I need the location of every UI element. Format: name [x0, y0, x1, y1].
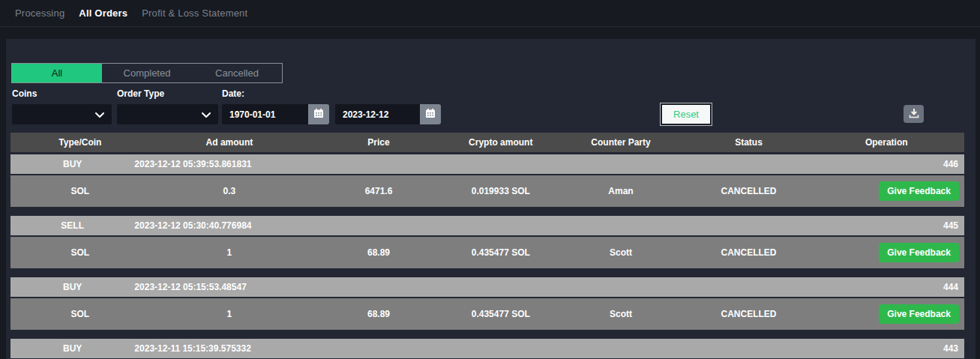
calendar-icon — [313, 108, 324, 121]
download-icon — [909, 108, 919, 121]
order-ad-amount: 0.3 — [150, 186, 309, 196]
give-feedback-button[interactable]: Give Feedback — [879, 181, 959, 201]
order-type: SELL — [10, 220, 134, 231]
order-type-label: Order Type — [117, 88, 164, 99]
status-filter-tab[interactable]: Completed — [102, 64, 192, 82]
coins-select[interactable] — [12, 104, 112, 124]
order-group: BUY 2023-12-11 15:15:39.575332 443 — [10, 339, 964, 358]
reset-button[interactable]: Reset — [661, 103, 712, 125]
order-type: BUY — [10, 343, 134, 354]
order-number: 444 — [943, 282, 964, 292]
order-ad-amount: 1 — [150, 247, 309, 258]
order-row: SOL 1 68.89 0.435477 SOL Scott CANCELLED… — [10, 237, 964, 268]
coins-label: Coins — [12, 88, 37, 99]
order-operation-cell: Give Feedback — [809, 181, 964, 201]
order-timestamp: 2023-12-12 05:39:53.861831 — [134, 159, 943, 169]
status-filter-tabs: All Completed Cancelled — [11, 63, 283, 83]
table-header-cell: Status — [688, 133, 808, 152]
order-row: SOL 0.3 6471.6 0.019933 SOL Aman CANCELL… — [10, 175, 964, 207]
download-button[interactable] — [904, 105, 924, 123]
date-to-input[interactable] — [335, 104, 420, 124]
order-counter-party: Scott — [553, 309, 689, 319]
date-label: Date: — [222, 88, 244, 99]
order-timestamp: 2023-12-11 15:15:39.575332 — [134, 343, 943, 354]
order-coin: SOL — [10, 247, 150, 258]
order-status: CANCELLED — [688, 247, 808, 258]
chevron-down-icon — [202, 108, 211, 121]
order-group: BUY 2023-12-12 05:39:53.861831 446 SOL 0… — [10, 154, 964, 207]
order-price: 6471.6 — [309, 186, 448, 196]
table-header-cell: Price — [309, 133, 448, 152]
give-feedback-button[interactable]: Give Feedback — [879, 304, 959, 324]
order-coin: SOL — [10, 186, 150, 196]
order-type-select[interactable] — [117, 104, 218, 124]
table-header-cell: Ad amount — [150, 133, 309, 152]
table-header-cell: Counter Party — [553, 133, 689, 152]
order-counter-party: Aman — [553, 186, 689, 196]
orders-table: Type/Coin Ad amount Price Crypto amount … — [10, 133, 964, 359]
orders-panel: All Completed Cancelled Coins Order Type… — [6, 39, 976, 359]
order-ad-amount: 1 — [150, 309, 309, 319]
table-header-cell: Operation — [809, 133, 964, 152]
order-row: SOL 1 68.89 0.435477 SOL Scott CANCELLED… — [10, 298, 964, 330]
order-status: CANCELLED — [688, 309, 808, 319]
order-price: 68.89 — [309, 247, 448, 258]
order-number: 445 — [943, 220, 964, 231]
order-timestamp: 2023-12-12 05:30:40.776984 — [134, 220, 943, 231]
order-operation-cell: Give Feedback — [809, 243, 964, 262]
order-group: SELL 2023-12-12 05:30:40.776984 445 SOL … — [10, 216, 964, 268]
chevron-down-icon — [95, 108, 104, 121]
status-filter-tab[interactable]: Cancelled — [192, 64, 282, 82]
topnav-tab[interactable]: All Orders — [79, 7, 127, 19]
top-navigation-bar: Processing All Orders Profit & Loss Stat… — [0, 0, 980, 27]
table-header-cell: Crypto amount — [448, 133, 553, 152]
date-from-input[interactable] — [222, 104, 308, 124]
order-crypto-amount: 0.435477 SOL — [448, 309, 553, 319]
order-operation-cell: Give Feedback — [809, 304, 964, 324]
topnav-tab[interactable]: Processing — [15, 7, 64, 19]
order-group-header: SELL 2023-12-12 05:30:40.776984 445 — [10, 216, 964, 235]
give-feedback-button[interactable]: Give Feedback — [879, 243, 959, 262]
order-status: CANCELLED — [688, 186, 808, 196]
order-group-header: BUY 2023-12-12 05:15:53.48547 444 — [10, 277, 964, 297]
date-from-group — [222, 104, 329, 124]
status-filter-tab[interactable]: All — [12, 64, 102, 82]
order-group-header: BUY 2023-12-12 05:39:53.861831 446 — [10, 154, 964, 174]
order-group-header: BUY 2023-12-11 15:15:39.575332 443 — [10, 339, 964, 358]
order-group: BUY 2023-12-12 05:15:53.48547 444 SOL 1 … — [10, 277, 964, 330]
date-from-calendar-button[interactable] — [308, 104, 329, 124]
order-crypto-amount: 0.019933 SOL — [448, 186, 553, 196]
order-timestamp: 2023-12-12 05:15:53.48547 — [134, 282, 943, 292]
order-counter-party: Scott — [553, 247, 689, 258]
order-coin: SOL — [10, 309, 150, 319]
order-number: 446 — [943, 159, 964, 169]
order-number: 443 — [943, 343, 964, 354]
table-header-cell: Type/Coin — [10, 133, 150, 152]
date-to-calendar-button[interactable] — [420, 104, 441, 124]
date-to-group — [335, 104, 441, 124]
order-crypto-amount: 0.435477 SOL — [448, 247, 553, 258]
topnav-tab[interactable]: Profit & Loss Statement — [142, 7, 247, 19]
calendar-icon — [425, 108, 436, 121]
order-price: 68.89 — [309, 309, 448, 319]
order-type: BUY — [10, 159, 134, 169]
table-header-row: Type/Coin Ad amount Price Crypto amount … — [10, 133, 964, 152]
order-type: BUY — [10, 282, 134, 292]
